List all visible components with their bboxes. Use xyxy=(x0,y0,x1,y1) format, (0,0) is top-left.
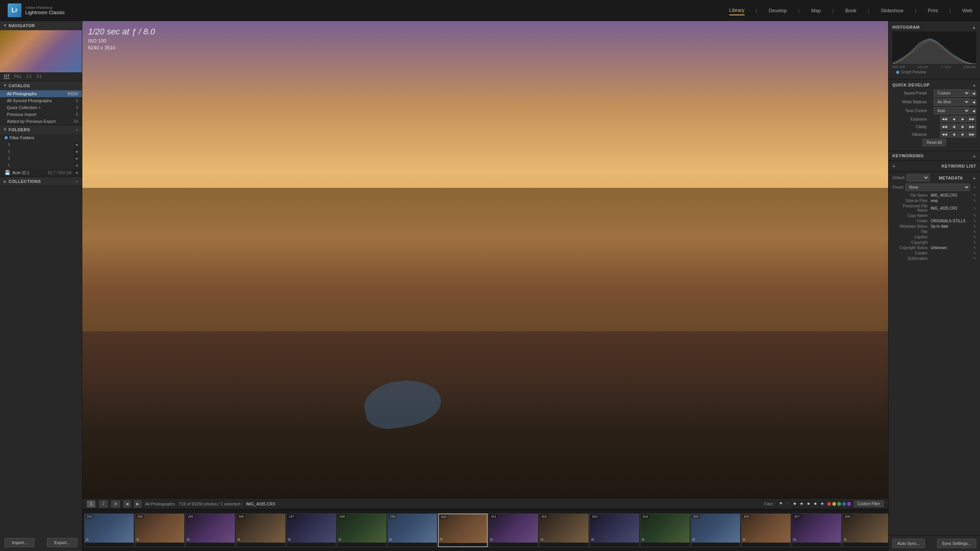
vibrance-dec[interactable]: ◀ xyxy=(949,131,958,137)
vibrance-inc-inc[interactable]: ▶▶ xyxy=(968,131,976,137)
sync-settings-button[interactable]: Sync Settings... xyxy=(937,539,976,548)
meta-edit-copyright[interactable]: ✎ xyxy=(973,240,976,245)
subfolder-2-collapse[interactable]: ◀ xyxy=(74,149,79,154)
catalog-item-all-synced[interactable]: All Synced Photographs 0 xyxy=(0,97,82,104)
subfolder-4-collapse[interactable]: ◀ xyxy=(74,163,79,168)
reset-all-button[interactable]: Reset All xyxy=(923,139,946,146)
nav-prev-arrow[interactable]: ◀ xyxy=(124,500,131,507)
film-thumb-293[interactable]: 293 ⊞ xyxy=(84,514,134,547)
nav-next-arrow[interactable]: ▶ xyxy=(134,500,141,507)
film-thumb-298[interactable]: 298 ⊞ xyxy=(337,514,387,547)
disk-collapse[interactable]: ◀ xyxy=(74,170,79,175)
meta-edit-creator[interactable]: ✎ xyxy=(973,251,976,255)
film-thumb-307[interactable]: 307 ⊞ xyxy=(792,514,841,547)
film-thumb-301[interactable]: 301 ⊞ xyxy=(488,514,538,547)
module-develop[interactable]: Develop xyxy=(769,6,787,15)
main-image-area[interactable]: 1/20 sec at ƒ / 8.0 ISO 100 6240 x 3510 xyxy=(82,21,888,498)
meta-edit-sidecar[interactable]: ✎ xyxy=(973,199,976,203)
zoom-fill[interactable]: FILL xyxy=(14,74,22,79)
catalog-item-added-by-previous-export[interactable]: Added by Previous Export 54 xyxy=(0,118,82,125)
tone-control-select[interactable]: Auto xyxy=(934,107,970,114)
module-slideshow[interactable]: Slideshow xyxy=(881,6,903,15)
color-dot-green[interactable] xyxy=(837,502,841,506)
star-3[interactable]: ★ xyxy=(807,501,810,506)
film-thumb-305[interactable]: 305 ⊞ xyxy=(691,514,740,547)
custom-filter-button[interactable]: Custom Filter xyxy=(854,500,884,507)
zoom-1to1[interactable]: 1:1 xyxy=(26,74,32,79)
clarity-dec-dec[interactable]: ◀◀ xyxy=(940,124,949,130)
film-thumb-299[interactable]: 299 ⊞ xyxy=(387,514,437,547)
filter-flag-off-icon[interactable]: ⚐ xyxy=(786,501,790,506)
metadata-preset-select[interactable]: None xyxy=(905,184,970,191)
navigator-header[interactable]: ▶ Navigator xyxy=(0,21,82,30)
catalog-item-quick-collection[interactable]: Quick Collection + 3 xyxy=(0,104,82,111)
view-btn-2[interactable]: 2 xyxy=(99,500,108,507)
meta-edit-sublocation[interactable]: ✎ xyxy=(973,256,976,261)
vibrance-dec-dec[interactable]: ◀◀ xyxy=(940,131,949,137)
film-thumb-297[interactable]: 297 ⊞ xyxy=(286,514,336,547)
import-button[interactable]: Import... xyxy=(5,538,34,547)
clarity-inc[interactable]: ▶ xyxy=(959,124,967,130)
module-library[interactable]: Library xyxy=(729,6,745,15)
white-balance-select[interactable]: As Shot xyxy=(934,98,970,106)
vibrance-inc[interactable]: ▶ xyxy=(959,131,967,137)
metadata-default-select[interactable] xyxy=(906,174,929,181)
auto-sync-button[interactable]: Auto Sync... xyxy=(892,539,925,548)
meta-edit-copyright-status[interactable]: ✎ xyxy=(973,246,976,250)
histogram-collapse-icon[interactable]: ▲ xyxy=(972,25,976,29)
film-thumb-303[interactable]: 303 ⊞ xyxy=(590,514,639,547)
subfolder-3[interactable]: \ ◀ xyxy=(0,155,82,162)
filter-folders-item[interactable]: Filter Folders xyxy=(0,134,82,141)
meta-edit-filename[interactable]: ✎ xyxy=(973,193,976,197)
zoom-fit[interactable]: FIT xyxy=(4,74,10,79)
exposure-inc-inc[interactable]: ▶▶ xyxy=(968,116,976,122)
saved-preset-select[interactable]: Custom xyxy=(934,90,970,97)
metadata-preset-edit[interactable]: ✎ xyxy=(973,185,976,189)
color-dot-red[interactable] xyxy=(827,502,831,506)
exposure-dec-dec[interactable]: ◀◀ xyxy=(940,116,949,122)
meta-edit-preserved-filename[interactable]: ✎ xyxy=(973,206,976,210)
module-print[interactable]: Print xyxy=(928,6,938,15)
saved-preset-prev[interactable]: ◀ xyxy=(971,90,976,96)
color-dot-blue[interactable] xyxy=(842,502,846,506)
clarity-dec[interactable]: ◀ xyxy=(949,124,958,130)
quick-develop-collapse[interactable]: ▲ xyxy=(972,83,976,87)
white-balance-prev[interactable]: ◀ xyxy=(971,99,976,105)
star-5[interactable]: ★ xyxy=(820,501,824,506)
subfolder-1[interactable]: \ ◀ xyxy=(0,141,82,148)
film-thumb-294[interactable]: 294 ⊞ xyxy=(135,514,185,547)
film-thumb-300[interactable]: 300 ⊞ ···· xyxy=(438,514,488,547)
keyword-add-icon[interactable]: + xyxy=(892,163,895,169)
star-4[interactable]: ★ xyxy=(813,501,817,506)
subfolder-2[interactable]: \ ◀ xyxy=(0,148,82,155)
catalog-header[interactable]: ▶ Catalog xyxy=(0,81,82,90)
film-thumb-295[interactable]: 295 ⊞ xyxy=(185,514,235,547)
meta-edit-copy-name[interactable]: ✎ xyxy=(973,214,976,218)
metadata-collapse[interactable]: ▲ xyxy=(972,176,976,180)
exposure-dec[interactable]: ◀ xyxy=(949,116,958,122)
disk-item-c[interactable]: 💾 Acer (C:) 82.7 / 953 GB ◀ xyxy=(0,169,82,176)
catalog-item-all-photographs[interactable]: All Photographs 93293 xyxy=(0,90,82,97)
tone-control-prev[interactable]: ◀ xyxy=(971,108,976,114)
filter-flag-icon[interactable]: ⚑ xyxy=(779,501,783,506)
zoom-3to1[interactable]: 3:1 xyxy=(36,74,42,79)
meta-edit-caption[interactable]: ✎ xyxy=(973,235,976,239)
film-thumb-304[interactable]: 304 ⊞ xyxy=(640,514,690,547)
keywording-collapse[interactable]: ▲ xyxy=(972,154,976,158)
exposure-inc[interactable]: ▶ xyxy=(959,116,967,122)
meta-edit-folder[interactable]: ✎ xyxy=(973,219,976,223)
navigator-preview[interactable] xyxy=(0,30,82,72)
film-thumb-302[interactable]: 302 ⊞ xyxy=(539,514,589,547)
view-btn-grid[interactable]: ⊞ xyxy=(111,500,120,507)
meta-edit-title[interactable]: ✎ xyxy=(973,230,976,234)
film-thumb-296[interactable]: 296 ⊞ xyxy=(236,514,286,547)
folders-header[interactable]: ▶ Folders + xyxy=(0,125,82,134)
catalog-item-previous-import[interactable]: Previous Import 0 xyxy=(0,111,82,118)
color-dot-yellow[interactable] xyxy=(832,502,836,506)
folders-add-icon[interactable]: + xyxy=(76,127,78,132)
film-thumb-306[interactable]: 306 ⊞ xyxy=(741,514,791,547)
clarity-inc-inc[interactable]: ▶▶ xyxy=(968,124,976,130)
subfolder-4[interactable]: \ ◀ xyxy=(0,162,82,169)
star-2[interactable]: ★ xyxy=(800,501,804,506)
collections-add-icon[interactable]: + xyxy=(76,179,78,184)
